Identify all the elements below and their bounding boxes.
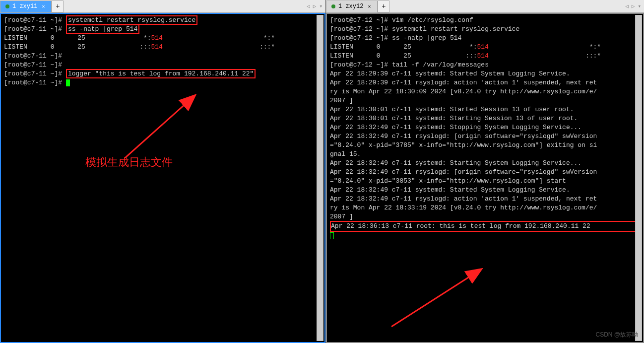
log-line: 2007 ] [330,96,640,105]
log-output: Apr 22 18:29:39 c7-11 systemd: Started S… [330,69,640,221]
tab-nav-left: ◁ ▷ ▾ [306,2,323,10]
tab-close-icon[interactable]: ✕ [366,3,372,9]
log-line: Apr 22 18:32:49 c7-11 rsyslogd: action '… [330,195,640,204]
terminal-line: [root@c7-11 ~]# [4,78,322,87]
ss-row: LISTEN 0 25 :::514 :::* [4,43,322,52]
log-line: Apr 22 18:29:39 c7-11 systemd: Started S… [330,69,640,78]
terminal-line: [root@c7-12 ~]# ss -natp |grep 514 [330,34,640,43]
log-line: ="8.24.0" x-pid="3853" x-info="http://ww… [330,177,640,186]
annotation-label: 模拟生成日志文件 [85,158,173,167]
terminal-line: [root@c7-11 ~]# logger "this is test log… [4,69,322,78]
tab-bar-right: 1 zxy12 ✕ + ◁ ▷ ▾ [326,0,644,13]
tab-close-icon[interactable]: ✕ [40,3,46,9]
tab-zxy11[interactable]: 1 zxy11 ✕ [0,0,52,12]
terminal-line: [root@c7-11 ~]# systemctl restart rsyslo… [4,16,322,25]
cursor-icon [66,79,70,86]
highlight-cmd-ss: ss -natp |grep 514 [66,24,139,34]
log-line: 2007 ] [330,212,640,221]
highlight-cmd-logger: logger "this is test log from 192.168.24… [66,69,256,78]
tab-nav-right: ◁ ▷ ▾ [624,2,642,10]
log-line: Apr 22 18:29:39 c7-11 rsyslogd: action '… [330,78,640,87]
arrow-icon [115,88,204,163]
tab-add-button[interactable]: + [378,0,389,12]
right-pane: 1 zxy12 ✕ + ◁ ▷ ▾ [root@c7-12 ~]# vim /e… [326,0,644,343]
tab-label: 1 zxy12 [338,3,363,10]
terminal-line: [root@c7-12 ~]# systemctl restart rsyslo… [330,25,640,34]
svg-line-1 [125,96,194,158]
log-line: Apr 22 18:32:49 c7-11 systemd: Stopping … [330,123,640,132]
log-line: ry is Mon Apr 22 18:33:19 2024 [v8.24.0 … [330,204,640,212]
log-line: Apr 22 18:32:49 c7-11 rsyslogd: [origin … [330,132,640,141]
ss-row: LISTEN 0 25 *:514 *:* [330,43,640,52]
scrollbar-thumb[interactable] [317,15,323,341]
tab-menu-icon[interactable]: ▾ [318,2,323,10]
tab-prev-icon[interactable]: ◁ [624,2,630,10]
highlight-log-line: Apr 22 18:36:13 c7-11 root: this is test… [330,221,640,232]
terminal-line: [root@c7-11 ~]# ss -natp |grep 514 [4,25,322,34]
scrollbar-vertical[interactable] [317,15,323,341]
log-line: Apr 22 18:30:01 c7-11 systemd: Started S… [330,105,640,114]
terminal-right[interactable]: [root@c7-12 ~]# vim /etc/rsyslog.conf [r… [326,13,644,343]
ss-row: LISTEN 0 25 :::514 :::* [330,52,640,61]
terminal-left[interactable]: [root@c7-11 ~]# systemctl restart rsyslo… [0,13,325,343]
arrow-icon [382,262,491,332]
tab-next-icon[interactable]: ▷ [631,2,636,10]
tab-prev-icon[interactable]: ◁ [306,2,311,10]
ss-row: LISTEN 0 25 *:514 *:* [4,34,322,43]
tab-next-icon[interactable]: ▷ [312,2,318,10]
log-line: ry is Mon Apr 22 18:30:09 2024 [v8.24.0 … [330,87,640,96]
scrollbar-thumb[interactable] [636,15,642,341]
terminal-line: [root@c7-11 ~]# [4,61,322,69]
watermark: CSDN @故苏呦 [595,330,638,339]
svg-line-3 [391,270,481,327]
log-line: Apr 22 18:32:49 c7-11 systemd: Starting … [330,159,640,168]
highlight-cmd-restart: systemctl restart rsyslog.service [66,15,197,25]
terminal-line: [root@c7-12 ~]# vim /etc/rsyslog.conf [330,16,640,25]
log-line: Apr 22 18:32:49 c7-11 systemd: Started S… [330,186,640,195]
log-line: Apr 22 18:30:01 c7-11 systemd: Starting … [330,114,640,123]
log-line: gnal 15. [330,150,640,159]
tab-menu-icon[interactable]: ▾ [637,2,642,10]
left-pane: 1 zxy11 ✕ + ◁ ▷ ▾ [root@c7-11 ~]# system… [0,0,326,343]
scrollbar-vertical[interactable] [635,15,642,341]
terminal-line: [root@c7-11 ~]# [4,52,322,61]
tab-label: 1 zxy11 [12,3,37,10]
tab-add-button[interactable]: + [52,0,64,12]
tab-status-dot-icon [331,4,335,8]
tab-bar-left: 1 zxy11 ✕ + ◁ ▷ ▾ [0,0,325,13]
cursor-outline-icon [330,232,334,239]
tab-zxy12[interactable]: 1 zxy12 ✕ [326,0,378,12]
terminal-line [330,231,640,240]
tab-status-dot-icon [5,4,9,8]
terminal-line: [root@c7-12 ~]# tail -f /var/log/message… [330,61,640,69]
log-line: Apr 22 18:32:49 c7-11 rsyslogd: [origin … [330,168,640,177]
log-line: ="8.24.0" x-pid="3785" x-info="http://ww… [330,141,640,150]
